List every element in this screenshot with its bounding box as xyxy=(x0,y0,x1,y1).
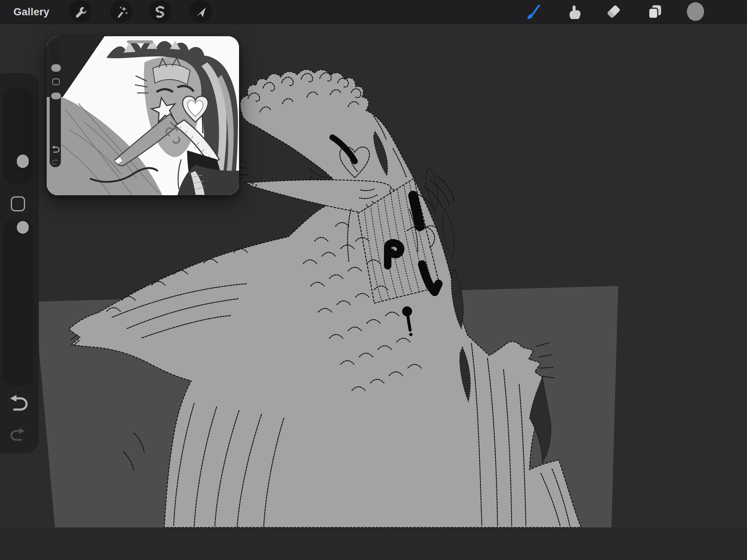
mini-modify-button[interactable] xyxy=(52,78,60,85)
transform-button[interactable] xyxy=(189,0,212,23)
redo-button[interactable] xyxy=(8,425,28,444)
procreate-app: Gallery xyxy=(0,0,747,560)
smudge-tool-button[interactable] xyxy=(563,0,586,23)
mini-redo-icon xyxy=(51,158,59,165)
selection-button[interactable] xyxy=(149,0,171,23)
brush-size-slider[interactable] xyxy=(3,88,33,184)
brush-size-handle[interactable] xyxy=(17,155,29,168)
erase-tool-button[interactable] xyxy=(602,0,625,23)
magic-wand-icon xyxy=(114,4,128,19)
opacity-handle[interactable] xyxy=(17,221,29,234)
redo-icon xyxy=(9,426,27,443)
color-swatch-circle xyxy=(686,2,705,21)
window-drag-handle[interactable] xyxy=(127,40,153,43)
color-button[interactable] xyxy=(684,0,707,23)
paint-tool-button[interactable] xyxy=(523,0,545,23)
eraser-icon xyxy=(605,3,622,20)
move-arrow-icon xyxy=(193,4,208,19)
adjustments-button[interactable] xyxy=(110,0,133,23)
undo-button[interactable] xyxy=(8,393,28,413)
layers-button[interactable] xyxy=(644,0,666,23)
selection-s-icon xyxy=(153,4,167,19)
opacity-slider[interactable] xyxy=(3,220,33,385)
actions-button[interactable] xyxy=(69,0,92,23)
top-toolbar: Gallery xyxy=(0,0,747,24)
undo-icon xyxy=(8,394,28,413)
canvas-bottom-strip xyxy=(0,528,747,560)
gallery-button[interactable]: Gallery xyxy=(13,6,49,18)
mini-undo-icon xyxy=(51,145,60,153)
layers-icon xyxy=(646,3,663,20)
wrench-icon xyxy=(73,4,87,19)
brush-icon xyxy=(525,3,543,21)
mini-size-handle[interactable] xyxy=(51,64,61,72)
mini-opacity-handle[interactable] xyxy=(51,93,61,99)
modify-button[interactable] xyxy=(11,196,25,211)
smudge-finger-icon xyxy=(566,3,583,20)
floating-canvas-window[interactable] xyxy=(47,36,239,195)
floating-window-artwork xyxy=(47,36,239,195)
